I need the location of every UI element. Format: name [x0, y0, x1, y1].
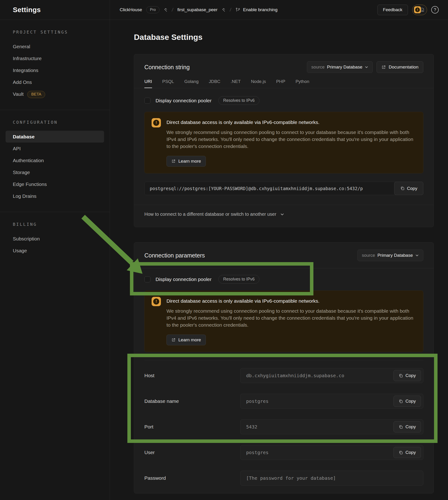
copy-label: Copy	[405, 424, 416, 429]
sidebar-item-edge-functions[interactable]: Edge Functions	[0, 178, 110, 190]
notifications-button[interactable]: !	[412, 5, 427, 15]
sidebar-item-storage[interactable]: Storage	[0, 166, 110, 178]
sidebar-section-title: CONFIGURATION	[13, 120, 110, 125]
help-icon[interactable]: ?	[431, 6, 439, 14]
display-connection-pooler-checkbox[interactable]	[144, 276, 150, 282]
database-name-value: postgres	[246, 399, 269, 404]
enable-branching-button[interactable]: Enable branching	[235, 7, 278, 12]
warning-content: Direct database access is only available…	[166, 297, 416, 345]
sidebar-item-subscription[interactable]: Subscription	[0, 233, 110, 245]
database-name-field[interactable]: postgres Copy	[240, 394, 423, 409]
learn-more-button[interactable]: Learn more	[166, 334, 206, 345]
pooler-row: Display connection pooler Resolves to IP…	[144, 275, 423, 283]
copy-port-button[interactable]: Copy	[394, 421, 421, 433]
warning-title: Direct database access is only available…	[166, 298, 416, 304]
sidebar-section-project-settings: PROJECT SETTINGS General Infrastructure …	[0, 20, 110, 110]
panel-title: Connection parameters	[144, 252, 205, 259]
source-value: Primary Database	[377, 253, 413, 258]
warning-content: Direct database access is only available…	[166, 118, 416, 167]
sidebar-item-api[interactable]: API	[0, 143, 110, 154]
copy-icon	[399, 425, 403, 429]
ipv6-warning-box: ! Direct database access is only availab…	[144, 291, 423, 352]
sidebar-item-usage[interactable]: Usage	[0, 245, 110, 256]
beta-badge: BETA	[27, 91, 45, 98]
sidebar-item-infrastructure[interactable]: Infrastructure	[0, 52, 110, 64]
page-heading: Database Settings	[134, 33, 203, 42]
chevron-up-down-icon[interactable]	[222, 8, 226, 12]
connection-parameters-panel: Connection parameters source Primary Dat…	[134, 242, 434, 494]
tab-jdbc[interactable]: JDBC	[209, 79, 221, 88]
copy-host-button[interactable]: Copy	[394, 370, 421, 381]
breadcrumb-org[interactable]: ClickHouse	[120, 7, 142, 12]
copy-label: Copy	[405, 373, 416, 378]
port-field[interactable]: 5432 Copy	[240, 419, 423, 434]
tab-nodejs[interactable]: Node.js	[251, 79, 266, 88]
chevron-down-icon	[365, 65, 368, 69]
user-value: postgres	[246, 450, 269, 455]
sidebar-item-database[interactable]: Database	[0, 131, 110, 143]
git-branch-icon	[235, 7, 240, 12]
sidebar-item-authentication[interactable]: Authentication	[0, 154, 110, 166]
sidebar-item-add-ons[interactable]: Add Ons	[0, 76, 110, 88]
tab-dotnet[interactable]: .NET	[230, 79, 240, 88]
feedback-button[interactable]: Feedback	[377, 5, 408, 15]
learn-more-button[interactable]: Learn more	[166, 156, 206, 167]
tab-python[interactable]: Python	[295, 79, 309, 88]
host-field[interactable]: db.cxhygiuitamxhniiddjm.supabase.co Copy	[240, 368, 423, 383]
tab-php[interactable]: PHP	[276, 79, 285, 88]
connection-string-body: Display connection pooler Resolves to IP…	[134, 88, 433, 195]
sidebar-item-general[interactable]: General	[0, 41, 110, 52]
connection-uri-row: postgresql://postgres:[YOUR-PASSWORD]@db…	[144, 182, 423, 195]
copy-connection-uri-button[interactable]: Copy	[394, 182, 423, 195]
top-header: Settings ClickHouse Pro / first_supabase…	[0, 0, 448, 20]
connection-parameters-body: Display connection pooler Resolves to IP…	[134, 268, 433, 360]
copy-database-name-button[interactable]: Copy	[394, 396, 421, 407]
page-title-settings: Settings	[13, 6, 41, 14]
connection-parameter-fields: Host db.cxhygiuitamxhniiddjm.supabase.co…	[134, 360, 433, 485]
field-label: Port	[144, 424, 240, 430]
password-field[interactable]: [The password for your database]	[240, 471, 423, 485]
header-left: Settings	[0, 0, 110, 19]
copy-icon	[400, 186, 405, 191]
plan-badge: Pro	[146, 6, 160, 13]
breadcrumb: ClickHouse Pro / first_supabase_peer / E…	[120, 6, 278, 13]
connection-parameters-header: Connection parameters source Primary Dat…	[134, 243, 433, 268]
tab-golang[interactable]: Golang	[184, 79, 198, 88]
pooler-label: Display connection pooler	[156, 98, 211, 103]
sidebar-item-log-drains[interactable]: Log Drains	[0, 190, 110, 202]
field-row-user: User postgres Copy	[144, 445, 423, 460]
warning-icon: !	[152, 297, 161, 306]
copy-label: Copy	[405, 450, 416, 455]
connection-string-tabs: URI PSQL Golang JDBC .NET Node.js PHP Py…	[134, 73, 433, 88]
breadcrumb-separator: /	[171, 7, 174, 13]
tab-psql[interactable]: PSQL	[162, 79, 174, 88]
app-root: Settings ClickHouse Pro / first_supabase…	[0, 0, 448, 500]
sidebar-item-vault[interactable]: VaultBETA	[0, 88, 110, 100]
documentation-button[interactable]: Documentation	[377, 61, 423, 73]
copy-user-button[interactable]: Copy	[394, 447, 421, 458]
source-select[interactable]: source Primary Database	[307, 61, 373, 73]
source-select[interactable]: source Primary Database	[357, 250, 423, 261]
external-link-icon	[381, 65, 386, 69]
user-field[interactable]: postgres Copy	[240, 445, 423, 460]
panel-controls: source Primary Database	[357, 250, 423, 261]
display-connection-pooler-checkbox[interactable]	[144, 98, 150, 104]
alert-badge-icon: !	[414, 6, 421, 13]
header-actions: Feedback ! ?	[377, 5, 439, 15]
field-row-host: Host db.cxhygiuitamxhniiddjm.supabase.co…	[144, 368, 423, 383]
field-row-database-name: Database name postgres Copy	[144, 394, 423, 409]
pooler-label: Display connection pooler	[156, 277, 211, 282]
connection-string-header: Connection string source Primary Databas…	[134, 54, 433, 73]
resolves-to-ipv6-badge: Resolves to IPv6	[218, 96, 259, 105]
breadcrumb-project[interactable]: first_supabase_peer	[177, 7, 218, 12]
sidebar-section-title: PROJECT SETTINGS	[13, 30, 110, 34]
tab-uri[interactable]: URI	[144, 79, 152, 88]
sidebar: PROJECT SETTINGS General Infrastructure …	[0, 20, 110, 500]
chevron-up-down-icon[interactable]	[164, 8, 168, 12]
field-row-port: Port 5432 Copy	[144, 419, 423, 434]
panel-title: Connection string	[144, 64, 190, 71]
field-label: Host	[144, 373, 240, 378]
sidebar-item-integrations[interactable]: Integrations	[0, 64, 110, 76]
connection-uri-field[interactable]: postgresql://postgres:[YOUR-PASSWORD]@db…	[144, 182, 423, 195]
connection-help-expander[interactable]: How to connect to a different database o…	[134, 205, 433, 223]
